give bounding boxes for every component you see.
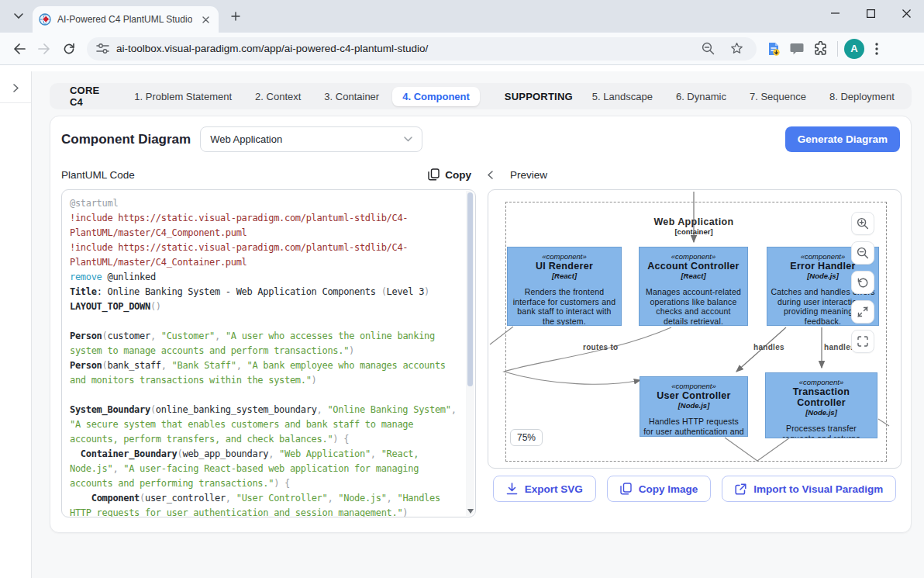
- window-close-button[interactable]: [888, 0, 924, 26]
- tab-group-label: SUPPORTING: [498, 91, 579, 102]
- tab-7-sequence[interactable]: 7. Sequence: [740, 87, 816, 106]
- page-title: Component Diagram: [61, 132, 191, 147]
- browser-tab[interactable]: AI-Powered C4 PlantUML Studio: [33, 6, 219, 33]
- tab-8-deployment[interactable]: 8. Deployment: [819, 87, 905, 106]
- window-minimize-button[interactable]: [817, 0, 853, 26]
- back-button[interactable]: [8, 37, 31, 61]
- component-tech: [React]: [681, 272, 705, 280]
- component-nm: Account Controller: [647, 261, 740, 272]
- bookmark-star-icon[interactable]: [726, 38, 747, 60]
- extensions-icon[interactable]: [809, 38, 831, 60]
- browser-toolbar: ai-toolbox.visual-paradigm.com/app/ai-po…: [0, 33, 924, 65]
- component-desc: Renders the frontend interface for custo…: [511, 287, 618, 326]
- tab-group-label: CORE C4: [64, 85, 105, 108]
- url-text: ai-toolbox.visual-paradigm.com/app/ai-po…: [116, 43, 690, 54]
- component-nm: UI Renderer: [536, 261, 593, 272]
- component-tech: [Node.js]: [678, 401, 710, 410]
- expand-button[interactable]: [851, 300, 874, 324]
- container-select[interactable]: Web Application: [200, 126, 422, 152]
- diagram-preview[interactable]: Web Application [container] «component»U…: [488, 189, 902, 469]
- edge-label-handles-1: handles: [753, 343, 784, 351]
- container-select-value: Web Application: [210, 133, 282, 145]
- main-panel: Component Diagram Web Application Genera…: [50, 116, 912, 533]
- zoom-out-icon: [857, 247, 869, 259]
- zoom-in-icon: [857, 217, 869, 230]
- scrollbar-down-arrow[interactable]: [467, 509, 474, 514]
- component-node-account-controller[interactable]: «component»Account Controller[React]Mana…: [639, 247, 748, 326]
- reset-icon: [857, 277, 869, 289]
- copy-icon: [620, 483, 632, 495]
- chevron-left-icon: [488, 171, 493, 179]
- generate-diagram-button[interactable]: Generate Diagram: [785, 126, 900, 152]
- tab-6-dynamic[interactable]: 6. Dynamic: [666, 87, 736, 106]
- edge-label-routes-to: routes to: [583, 343, 618, 351]
- side-panel-icon[interactable]: [786, 38, 808, 60]
- component-nm: Error Handler: [790, 261, 855, 272]
- component-st: «component»: [799, 378, 844, 386]
- back-arrow-icon: [13, 43, 26, 54]
- component-st: «component»: [542, 252, 587, 261]
- component-node-user-controller[interactable]: «component»User Controller[Node.js]Handl…: [640, 376, 748, 437]
- tab-favicon: [39, 13, 51, 26]
- browser-menu-icon[interactable]: [866, 38, 888, 60]
- reload-icon: [63, 43, 75, 55]
- code-scrollbar[interactable]: [466, 191, 474, 516]
- tab-3-container[interactable]: 3. Container: [314, 87, 389, 106]
- zoom-level-badge: 75%: [510, 429, 543, 446]
- url-bar[interactable]: ai-toolbox.visual-paradigm.com/app/ai-po…: [87, 37, 757, 61]
- tab-title: AI-Powered C4 PlantUML Studio: [57, 14, 192, 25]
- edge-label-handles-2: handles: [824, 343, 855, 351]
- chrome-profile-avatar[interactable]: A: [844, 39, 864, 59]
- component-node-ui-renderer[interactable]: «component»UI Renderer[React]Renders the…: [507, 247, 622, 326]
- component-tech: [Node.js]: [805, 408, 837, 417]
- copy-code-button[interactable]: Copy: [423, 168, 476, 182]
- fullscreen-icon: [857, 336, 868, 347]
- new-tab-button[interactable]: [225, 5, 247, 27]
- zoom-out-button[interactable]: [851, 241, 874, 265]
- forward-button[interactable]: [33, 37, 56, 61]
- component-node-transaction-controller[interactable]: «component»Transaction Controller[Node.j…: [765, 372, 877, 438]
- component-st: «component»: [671, 382, 716, 390]
- reading-list-icon[interactable]: [763, 38, 784, 60]
- import-to-visual-paradigm-button[interactable]: Import to Visual Paradigm: [722, 476, 896, 502]
- download-icon: [506, 483, 518, 495]
- tab-2-context[interactable]: 2. Context: [245, 87, 311, 106]
- component-desc: Manages account-related operations like …: [643, 287, 744, 326]
- tab-4-component[interactable]: 4. Component: [392, 87, 480, 106]
- component-st: «component»: [671, 252, 716, 261]
- plus-icon: [231, 12, 240, 21]
- reload-button[interactable]: [57, 37, 81, 61]
- copy-image-button[interactable]: Copy Image: [607, 476, 712, 502]
- reset-view-button[interactable]: [851, 271, 874, 294]
- preview-collapse-button[interactable]: [488, 171, 493, 179]
- chevron-right-icon: [13, 84, 19, 92]
- component-desc: Handles HTTP requests for user authentic…: [643, 417, 744, 437]
- component-desc: Processes transfer requests and returns …: [769, 424, 874, 438]
- zoom-in-button[interactable]: [851, 212, 874, 235]
- fullscreen-button[interactable]: [851, 330, 874, 353]
- plantuml-code-editor[interactable]: @startuml !include https://static.visual…: [61, 189, 476, 517]
- toolbar-divider: [837, 41, 838, 57]
- external-link-icon: [735, 483, 746, 495]
- c4-diagram-tabs: CORE C41. Problem Statement2. Context3. …: [50, 83, 912, 109]
- export-svg-button[interactable]: Export SVG: [493, 476, 596, 502]
- component-nm: User Controller: [657, 390, 731, 401]
- component-tech: [React]: [552, 272, 577, 280]
- component-nm: Transaction Controller: [769, 386, 874, 408]
- zoom-indicator-icon[interactable]: [697, 38, 719, 60]
- expand-arrows-icon: [857, 306, 868, 317]
- tab-5-landscape[interactable]: 5. Landscape: [582, 87, 663, 106]
- tab-close-icon[interactable]: [198, 12, 212, 26]
- sidebar-divider: [0, 102, 31, 103]
- preview-label: Preview: [510, 169, 547, 181]
- scrollbar-thumb[interactable]: [467, 192, 473, 386]
- collapsed-sidebar: [0, 71, 32, 578]
- component-tech: [Node.js]: [807, 272, 839, 280]
- site-settings-icon: [96, 43, 109, 54]
- sidebar-expand-button[interactable]: [5, 78, 26, 98]
- window-maximize-button[interactable]: [853, 0, 888, 26]
- code-panel-label: PlantUML Code: [61, 169, 135, 181]
- chevron-down-icon: [404, 137, 412, 142]
- tab-1-problem-statement[interactable]: 1. Problem Statement: [124, 87, 242, 106]
- tab-search-button[interactable]: [8, 5, 29, 27]
